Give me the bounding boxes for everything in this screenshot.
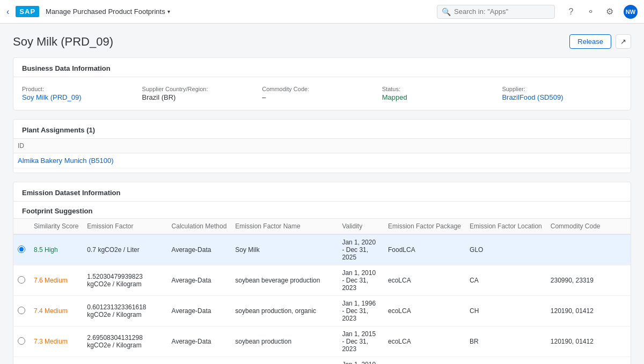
suggestion-cell-2: Average-Data — [167, 326, 231, 357]
header-title-area: Manage Purchased Product Footprints ▾ — [46, 8, 430, 16]
page-header: Soy Milk (PRD_09) Release ↗ — [13, 34, 631, 49]
suggestion-cell-4: Jan 1, 2010 - Dec 31, 2023 — [338, 357, 384, 365]
business-data-grid: Product: Soy Milk (PRD_09) Supplier Coun… — [22, 84, 622, 103]
suggestion-cell-2: Average-Data — [167, 357, 231, 365]
suggestion-cell-4: Jan 1, 2015 - Dec 31, 2023 — [338, 326, 384, 357]
suggestion-cell-5: ecoLCA — [384, 265, 465, 296]
suggestion-cell-5: FoodLCA — [384, 234, 465, 265]
suggestion-col-radio — [13, 219, 30, 234]
suggestion-cell-0: 7.4 Medium — [30, 296, 83, 326]
list-item: 7.3 Medium2.69508304131298 kgCO2e / Kilo… — [13, 326, 631, 357]
row-radio-cell — [13, 234, 30, 265]
suggestion-cell-1: 2.69508304131298 kgCO2e / Kilogram — [83, 326, 167, 357]
suggestion-col-0: Similarity Score — [30, 219, 83, 234]
page-content: Soy Milk (PRD_09) Release ↗ Business Dat… — [0, 24, 644, 364]
row-radio-cell — [13, 296, 30, 326]
suggestion-radio[interactable] — [18, 307, 25, 314]
suggestion-cell-6: GLO — [465, 234, 546, 265]
emission-dataset-section: Emission Dataset Information Footprint S… — [13, 182, 631, 364]
suggestion-cell-6: CA — [465, 357, 546, 365]
status-field: Status: Mapped — [382, 84, 502, 103]
suggestion-col-4: Validity — [338, 219, 384, 234]
suggestion-cell-7: 230990, 23319 — [546, 357, 631, 365]
suggestion-col-6: Emission Factor Location — [465, 219, 546, 234]
commodity-code-label: Commodity Code: — [262, 86, 374, 92]
row-radio-cell — [13, 357, 30, 365]
search-box[interactable]: 🔍 — [437, 5, 555, 19]
suggestion-col-5: Emission Factor Package — [384, 219, 465, 234]
suggestion-cell-0: 7.3 Medium — [30, 357, 83, 365]
suggestion-table: Similarity ScoreEmission FactorCalculati… — [13, 219, 631, 364]
suggestion-radio[interactable] — [18, 246, 25, 253]
suggestion-table-container: Similarity ScoreEmission FactorCalculati… — [13, 219, 631, 364]
supplier-country-field: Supplier Country/Region: Brazil (BR) — [142, 84, 262, 103]
header-icons: ? ⚬ ⚙ NW — [566, 5, 638, 19]
suggestion-cell-0: 8.5 High — [30, 234, 83, 265]
page-title: Soy Milk (PRD_09) — [13, 35, 113, 49]
suggestion-cell-6: CH — [465, 296, 546, 326]
suggestion-col-2: Calculation Method — [167, 219, 231, 234]
suggestion-cell-3: soybean meal and crude oil production, m… — [231, 357, 338, 365]
emission-dataset-header: Emission Dataset Information — [13, 182, 631, 202]
suggestion-cell-1: 0.335353855509731 kgCO2e / Kilogram — [83, 357, 167, 365]
list-item: 8.5 High0.7 kgCO2e / LiterAverage-DataSo… — [13, 234, 631, 265]
business-data-header: Business Data Information — [13, 58, 631, 77]
business-data-body: Product: Soy Milk (PRD_09) Supplier Coun… — [13, 77, 631, 110]
list-item: 7.6 Medium1.52030479939823 kgCO2e / Kilo… — [13, 265, 631, 296]
commodity-code-value: – — [262, 93, 374, 101]
suggestion-radio[interactable] — [18, 337, 25, 345]
notification-icon[interactable]: ⚬ — [585, 6, 596, 17]
app-title-chevron-icon[interactable]: ▾ — [167, 9, 170, 14]
suggestion-col-1: Emission Factor — [83, 219, 167, 234]
plant-assignments-section: Plant Assignments (1) ID Almika Bakery M… — [13, 119, 631, 173]
plant-assignments-header: Plant Assignments (1) — [13, 120, 631, 139]
suggestion-cell-1: 0.601231323361618 kgCO2e / Kilogram — [83, 296, 167, 326]
suggestion-cell-7: 120190, 01412 — [546, 296, 631, 326]
footprint-suggestion-title: Footprint Suggestion — [13, 202, 631, 219]
suggestion-cell-5: ecoLCA — [384, 296, 465, 326]
release-button[interactable]: Release — [569, 34, 611, 49]
status-label: Status: — [382, 86, 494, 92]
suggestion-cell-3: soybean production — [231, 326, 338, 357]
business-data-section: Business Data Information Product: Soy M… — [13, 57, 631, 110]
suggestion-cell-1: 1.52030479939823 kgCO2e / Kilogram — [83, 265, 167, 296]
search-icon: 🔍 — [442, 8, 451, 16]
supplier-label: Supplier: — [502, 86, 613, 92]
suggestion-cell-0: 7.6 Medium — [30, 265, 83, 296]
supplier-link[interactable]: BrazilFood (SD509) — [502, 93, 563, 101]
suggestion-cell-7: 230990, 23319 — [546, 265, 631, 296]
help-icon[interactable]: ? — [566, 6, 576, 17]
supplier-country-label: Supplier Country/Region: — [142, 86, 254, 92]
product-label: Product: — [22, 86, 134, 92]
suggestion-cell-4: Jan 1, 2010 - Dec 31, 2023 — [338, 265, 384, 296]
product-field: Product: Soy Milk (PRD_09) — [22, 84, 142, 103]
app-header: ‹ SAP Manage Purchased Product Footprint… — [0, 0, 644, 24]
plant-id-cell: Almika Bakery Munich (B5100) — [13, 153, 631, 168]
suggestion-cell-4: Jan 1, 2020 - Dec 31, 2025 — [338, 234, 384, 265]
suggestion-cell-3: soybean production, organic — [231, 296, 338, 326]
sap-logo: SAP — [16, 6, 39, 17]
suggestion-cell-2: Average-Data — [167, 234, 231, 265]
table-row: Almika Bakery Munich (B5100) — [13, 153, 631, 168]
suggestion-cell-0: 7.3 Medium — [30, 326, 83, 357]
suggestion-cell-5: ecoLCA — [384, 326, 465, 357]
plant-id-link[interactable]: Almika Bakery Munich (B5100) — [18, 157, 113, 165]
plant-assignments-body: ID Almika Bakery Munich (B5100) — [13, 139, 631, 173]
suggestion-cell-3: soybean beverage production — [231, 265, 338, 296]
suggestion-col-3: Emission Factor Name — [231, 219, 338, 234]
search-input[interactable] — [454, 8, 540, 16]
row-radio-cell — [13, 265, 30, 296]
back-button[interactable]: ‹ — [6, 7, 9, 17]
settings-icon[interactable]: ⚙ — [604, 6, 615, 17]
user-avatar[interactable]: NW — [624, 5, 638, 19]
suggestion-cell-6: BR — [465, 326, 546, 357]
product-value: Soy Milk (PRD_09) — [22, 93, 134, 101]
suggestion-cell-7 — [546, 234, 631, 265]
supplier-value: BrazilFood (SD509) — [502, 93, 613, 101]
suggestion-radio[interactable] — [18, 276, 25, 284]
supplier-country-value: Brazil (BR) — [142, 93, 254, 101]
plant-table: ID Almika Bakery Munich (B5100) — [13, 139, 631, 168]
suggestion-cell-2: Average-Data — [167, 265, 231, 296]
external-link-button[interactable]: ↗ — [616, 34, 631, 49]
product-link[interactable]: Soy Milk (PRD_09) — [22, 93, 82, 101]
